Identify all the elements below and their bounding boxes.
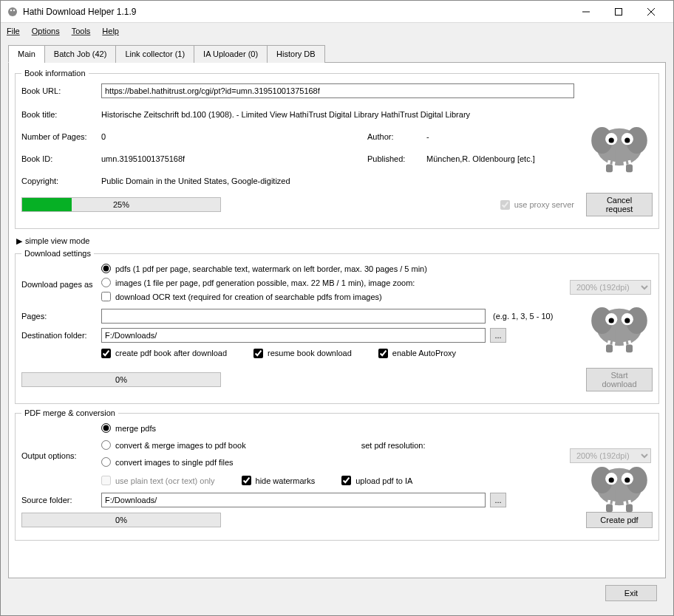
radio-images[interactable] (101, 278, 111, 287)
author-label: Author: (367, 132, 426, 141)
hide-label: hide watermarks (256, 476, 316, 485)
reso-label: set pdf resolution: (361, 441, 426, 450)
close-button[interactable] (635, 1, 667, 22)
exit-button[interactable]: Exit (605, 585, 657, 601)
maximize-button[interactable] (602, 1, 635, 22)
radio-convert-merge-label: convert & merge images to pdf book (115, 441, 246, 450)
svg-point-1 (10, 9, 12, 10)
tab-main[interactable]: Main (8, 45, 45, 63)
svg-rect-35 (606, 504, 613, 512)
src-input[interactable] (101, 493, 486, 507)
minimize-button[interactable] (570, 1, 602, 22)
pdf-progress: 0% (21, 513, 221, 527)
url-input[interactable] (101, 83, 574, 98)
cancel-button[interactable]: Cancel request (586, 193, 653, 216)
svg-rect-36 (626, 504, 633, 512)
plain-checkbox (101, 476, 111, 485)
plain-label: use plain text (ocr text) only (115, 476, 215, 485)
proxy-checkbox (500, 200, 510, 210)
tabs: Main Batch Job (42) Link collector (1) I… (8, 45, 666, 63)
pages-input-label: Pages: (21, 312, 101, 321)
resume-label: resume book download (268, 349, 352, 357)
svg-point-22 (609, 318, 614, 323)
create-pdf-checkbox[interactable] (101, 349, 111, 358)
svg-point-13 (624, 137, 630, 143)
book-info-legend: Book information (21, 69, 89, 78)
dl-progress-text: 0% (22, 373, 220, 386)
upload-checkbox[interactable] (341, 476, 351, 485)
elephant-icon (586, 447, 653, 513)
ocr-checkbox[interactable] (101, 292, 111, 301)
create-pdf-label: create pdf book after download (115, 349, 227, 357)
menu-help[interactable]: Help (102, 27, 119, 35)
download-settings-group: Download settings Download pages as pdfs… (15, 249, 659, 404)
tab-link[interactable]: Link collector (1) (115, 45, 194, 63)
tab-history[interactable]: History DB (267, 45, 325, 63)
menu-options[interactable]: Options (32, 27, 60, 35)
radio-pdfs[interactable] (101, 264, 111, 273)
pages-value: 0 (101, 132, 367, 141)
create-pdf-button[interactable]: Create pdf (586, 512, 653, 528)
simple-view-label: simple view mode (25, 236, 89, 245)
book-info-group: Book information Book URL: Book title: H… (15, 69, 659, 229)
start-download-button: Start download (586, 368, 653, 391)
svg-point-32 (609, 477, 614, 482)
elephant-icon (586, 107, 653, 174)
window-title: Hathi Download Helper 1.1.9 (23, 7, 570, 17)
radio-convert-single[interactable] (101, 457, 111, 467)
svg-rect-34 (616, 485, 624, 504)
menu-bar: File Options Tools Help (1, 23, 673, 39)
tab-batch[interactable]: Batch Job (42) (44, 45, 117, 63)
autoproxy-checkbox[interactable] (378, 349, 388, 358)
radio-merge[interactable] (101, 423, 111, 433)
copyright-value: Public Domain in the United States, Goog… (101, 177, 290, 185)
proxy-label: use proxy server (514, 200, 574, 209)
src-browse-button[interactable]: ... (490, 493, 506, 507)
copyright-label: Copyright: (21, 177, 101, 185)
svg-point-2 (13, 9, 15, 10)
dest-browse-button[interactable]: ... (490, 328, 506, 343)
svg-rect-4 (616, 8, 622, 15)
title-value: Historische Zeitschrift bd.100 (1908). -… (101, 110, 470, 119)
book-progress: 25% (21, 197, 221, 212)
bookid-label: Book ID: (21, 154, 101, 163)
upload-label: upload pdf to IA (355, 476, 412, 485)
svg-point-33 (624, 477, 630, 482)
pages-hint: (e.g. 1, 3, 5 - 10) (493, 312, 553, 321)
pdf-legend: PDF merge & conversion (21, 408, 118, 417)
output-label: Output options: (21, 451, 101, 460)
svg-point-23 (624, 318, 630, 323)
svg-rect-24 (616, 326, 624, 344)
bookid-value: umn.31951001375168f (101, 154, 367, 163)
triangle-icon: ▶ (16, 236, 22, 246)
url-label: Book URL: (21, 86, 101, 95)
dest-input[interactable] (101, 328, 486, 343)
menu-file[interactable]: File (7, 27, 20, 35)
title-bar: Hathi Download Helper 1.1.9 (1, 1, 673, 23)
radio-convert-single-label: convert images to single pdf files (115, 458, 234, 467)
pdf-progress-text: 0% (22, 513, 220, 527)
simple-view-toggle[interactable]: ▶simple view mode (15, 233, 659, 249)
hide-checkbox[interactable] (242, 476, 251, 485)
svg-rect-26 (626, 344, 633, 352)
menu-tools[interactable]: Tools (72, 27, 91, 35)
svg-rect-16 (626, 164, 633, 172)
author-value: - (426, 132, 429, 141)
autoproxy-label: enable AutoProxy (392, 349, 456, 357)
published-label: Published: (367, 154, 426, 163)
radio-convert-merge[interactable] (101, 440, 111, 450)
tab-ia[interactable]: IA Uploader (0) (194, 45, 268, 63)
resume-checkbox[interactable] (253, 349, 263, 358)
pdf-merge-group: PDF merge & conversion Output options: m… (15, 408, 659, 541)
svg-point-12 (609, 137, 614, 143)
radio-images-label: images (1 file per page, pdf generation … (115, 278, 415, 287)
svg-rect-25 (606, 344, 613, 352)
src-label: Source folder: (21, 496, 101, 504)
download-legend: Download settings (21, 249, 94, 258)
pages-input[interactable] (101, 309, 486, 324)
pages-label: Number of Pages: (21, 132, 101, 141)
elephant-icon (586, 287, 653, 354)
book-progress-text: 25% (22, 198, 220, 211)
dest-label: Destination folder: (21, 331, 101, 340)
svg-rect-14 (616, 146, 624, 164)
